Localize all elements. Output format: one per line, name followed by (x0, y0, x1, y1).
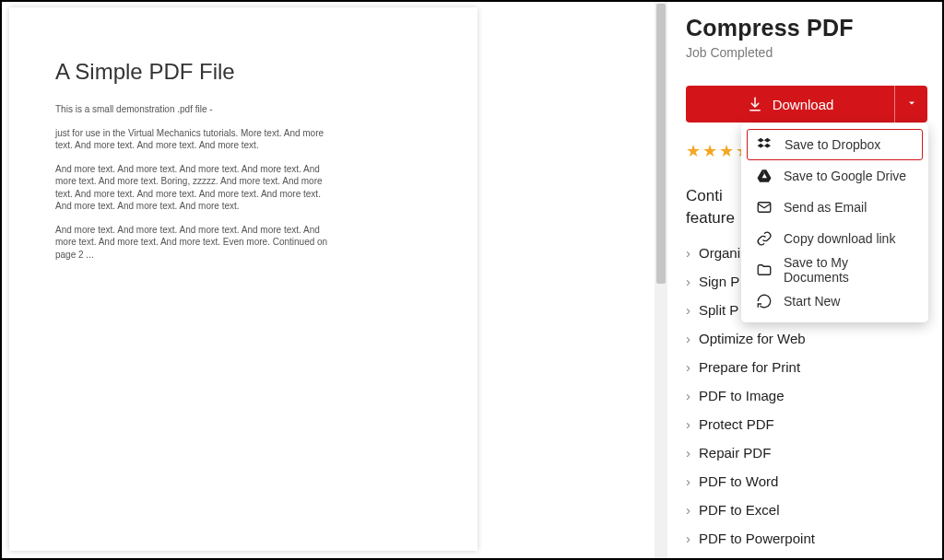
dropdown-item-label: Save to Google Drive (784, 169, 906, 183)
pdf-paragraph: just for use in the Virtual Mechanics tu… (55, 127, 332, 152)
gdrive-icon (756, 168, 773, 184)
dropdown-item[interactable]: Save to Google Drive (747, 160, 923, 192)
feature-item[interactable]: Protect PDF (686, 410, 937, 438)
feature-label: Sign P (699, 274, 739, 289)
preview-scrollbar[interactable] (655, 2, 667, 558)
star-icon: ★ (719, 143, 734, 159)
mail-icon (756, 199, 773, 216)
page-title: Compress PDF (686, 15, 937, 41)
download-button[interactable]: Download (686, 86, 894, 122)
feature-label: Prepare for Print (699, 359, 800, 375)
feature-label: PDF to Excel (699, 502, 780, 518)
feature-label: PDF to Word (699, 473, 778, 489)
pdf-paragraph: And more text. And more text. And more t… (55, 224, 332, 262)
dropdown-item[interactable]: Copy download link (747, 223, 923, 254)
dropbox-icon (757, 136, 773, 153)
dropdown-item-label: Save to My Documents (784, 255, 914, 285)
pdf-paragraph: This is a small demonstration .pdf file … (55, 103, 332, 116)
feature-item[interactable]: PDF to Image (686, 381, 937, 410)
feature-label: Organi (699, 245, 740, 261)
feature-item[interactable]: PDF to Word (686, 467, 937, 496)
preview-pane: A Simple PDF File This is a small demons… (2, 2, 656, 558)
dropdown-item-label: Save to Dropbox (785, 137, 880, 152)
dropdown-item[interactable]: Send as Email (747, 192, 923, 223)
feature-item[interactable]: Repair PDF (686, 438, 937, 467)
dropdown-item[interactable]: Save to Dropbox (747, 129, 923, 160)
feature-label: PDF to Powerpoint (699, 531, 815, 546)
pdf-page: A Simple PDF File This is a small demons… (9, 7, 478, 551)
pdf-paragraph: And more text. And more text. And more t… (55, 163, 332, 213)
download-more-button[interactable] (894, 86, 927, 122)
status-text: Job Completed (686, 45, 937, 60)
feature-item[interactable]: PDF to Powerpoint (686, 524, 937, 553)
dropdown-item-label: Send as Email (784, 200, 867, 215)
feature-label: Repair PDF (699, 445, 771, 461)
download-dropdown: Save to DropboxSave to Google DriveSend … (741, 123, 928, 322)
star-icon: ★ (686, 143, 701, 159)
caret-down-icon (906, 96, 917, 112)
download-row: Download (686, 86, 927, 122)
dropdown-item-label: Start New (784, 294, 840, 309)
feature-item[interactable]: PDF to Excel (686, 496, 937, 524)
dropdown-item[interactable]: Start New (747, 286, 923, 317)
refresh-icon (756, 293, 773, 309)
star-icon: ★ (702, 143, 717, 159)
download-icon (747, 96, 763, 112)
feature-item[interactable]: Optimize for Web (686, 324, 937, 353)
feature-label: Protect PDF (699, 416, 774, 432)
scrollbar-thumb[interactable] (656, 4, 666, 284)
link-icon (756, 230, 773, 247)
feature-item[interactable]: Prepare for Print (686, 353, 937, 381)
download-label: Download (773, 97, 834, 112)
feature-label: Split P (699, 302, 738, 318)
folder-icon (756, 262, 773, 278)
app-frame: A Simple PDF File This is a small demons… (0, 0, 944, 560)
feature-label: Optimize for Web (699, 331, 806, 346)
dropdown-item-label: Copy download link (784, 231, 895, 246)
dropdown-item[interactable]: Save to My Documents (747, 254, 923, 286)
feature-label: PDF to Image (699, 388, 785, 403)
pdf-title: A Simple PDF File (55, 59, 431, 85)
